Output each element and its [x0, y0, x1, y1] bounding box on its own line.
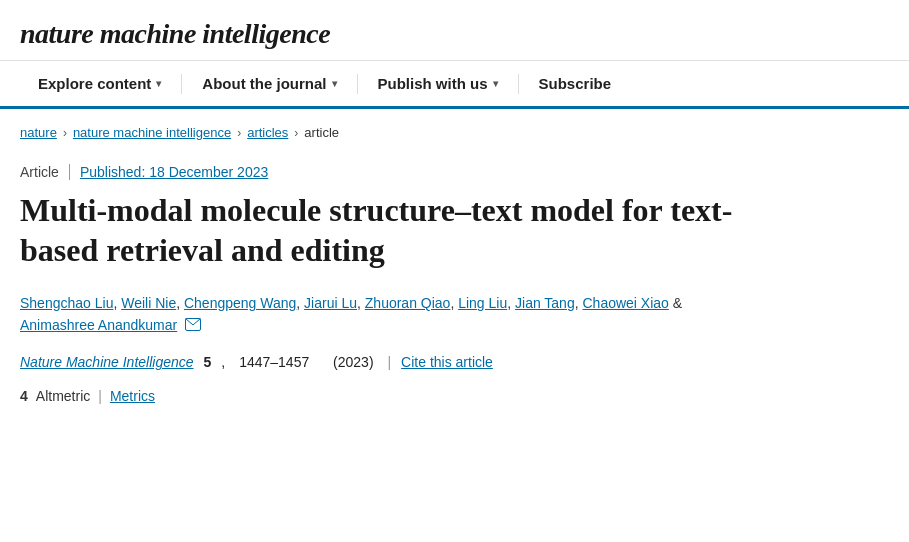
- nav-bar: Explore content ▾ About the journal ▾ Pu…: [0, 61, 909, 109]
- nav-divider-3: [518, 74, 519, 94]
- journal-name[interactable]: Nature Machine Intelligence: [20, 354, 194, 370]
- breadcrumb: nature › nature machine intelligence › a…: [0, 109, 909, 148]
- altmetric-bar: 4 Altmetric | Metrics: [0, 378, 909, 412]
- breadcrumb-sep-3: ›: [294, 126, 298, 140]
- article-type: Article: [20, 164, 59, 180]
- journal-info: Nature Machine Intelligence 5, 1447–1457…: [0, 344, 909, 378]
- author-ling-liu[interactable]: Ling Liu: [458, 295, 507, 311]
- breadcrumb-sep-2: ›: [237, 126, 241, 140]
- altmetric-divider: |: [98, 388, 102, 404]
- nav-subscribe[interactable]: Subscribe: [521, 61, 630, 106]
- metrics-link[interactable]: Metrics: [110, 388, 155, 404]
- article-published-date[interactable]: Published: 18 December 2023: [80, 164, 268, 180]
- nav-publish[interactable]: Publish with us ▾: [360, 61, 516, 106]
- nav-publish-label: Publish with us: [378, 75, 488, 92]
- journal-year-val: (2023): [333, 354, 373, 370]
- breadcrumb-nmi[interactable]: nature machine intelligence: [73, 125, 231, 140]
- breadcrumb-articles[interactable]: articles: [247, 125, 288, 140]
- article-meta: Article Published: 18 December 2023: [0, 148, 909, 186]
- author-animashree-anandkumar[interactable]: Animashree Anandkumar: [20, 317, 177, 333]
- author-jiarui-lu[interactable]: Jiarui Lu: [304, 295, 357, 311]
- altmetric-label: Altmetric: [36, 388, 90, 404]
- journal-volume: 5: [204, 354, 212, 370]
- author-zhuoran-qiao[interactable]: Zhuoran Qiao: [365, 295, 451, 311]
- journal-pages-range: 1447–1457: [239, 354, 309, 370]
- nav-about[interactable]: About the journal ▾: [184, 61, 354, 106]
- site-header: nature machine intelligence: [0, 0, 909, 61]
- author-chaowei-xiao[interactable]: Chaowei Xiao: [582, 295, 668, 311]
- cite-this-article[interactable]: Cite this article: [401, 354, 493, 370]
- cite-divider: |: [384, 354, 392, 370]
- nav-about-label: About the journal: [202, 75, 326, 92]
- chevron-down-icon: ▾: [156, 78, 161, 89]
- journal-pages: ,: [221, 354, 229, 370]
- meta-divider: [69, 164, 70, 180]
- breadcrumb-current: article: [304, 125, 339, 140]
- altmetric-number: 4: [20, 388, 28, 404]
- article-title: Multi-modal molecule structure–text mode…: [0, 186, 820, 282]
- breadcrumb-sep-1: ›: [63, 126, 67, 140]
- chevron-down-icon-2: ▾: [332, 78, 337, 89]
- author-shengchao-liu[interactable]: Shengchao Liu: [20, 295, 113, 311]
- nav-subscribe-label: Subscribe: [539, 75, 612, 92]
- authors-list: Shengchao Liu, Weili Nie, Chengpeng Wang…: [0, 282, 909, 344]
- breadcrumb-nature[interactable]: nature: [20, 125, 57, 140]
- site-title: nature machine intelligence: [20, 18, 889, 50]
- author-weili-nie[interactable]: Weili Nie: [121, 295, 176, 311]
- nav-explore[interactable]: Explore content ▾: [20, 61, 179, 106]
- chevron-down-icon-3: ▾: [493, 78, 498, 89]
- journal-year: [319, 354, 323, 370]
- author-chengpeng-wang[interactable]: Chengpeng Wang: [184, 295, 296, 311]
- nav-explore-label: Explore content: [38, 75, 151, 92]
- email-icon: [185, 315, 201, 337]
- nav-divider-1: [181, 74, 182, 94]
- nav-divider-2: [357, 74, 358, 94]
- author-jian-tang[interactable]: Jian Tang: [515, 295, 575, 311]
